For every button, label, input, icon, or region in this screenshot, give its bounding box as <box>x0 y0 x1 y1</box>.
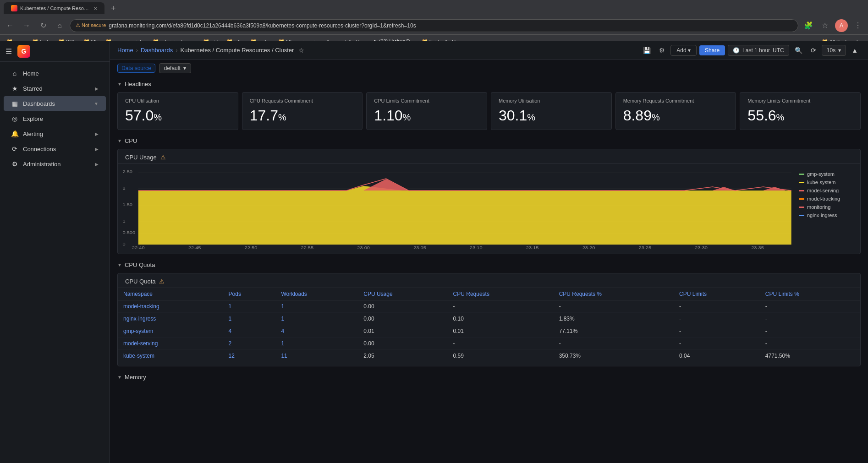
memory-section-title: Memory <box>125 374 146 381</box>
star-button[interactable]: ☆ <box>819 19 831 32</box>
starred-chevron: ▶ <box>95 86 99 91</box>
sidebar-item-alerting[interactable]: 🔔 Alerting ▶ <box>4 126 106 141</box>
address-bar[interactable]: ⚠ Not secure grafana.monitoring.com/d/ef… <box>70 19 798 32</box>
cell-namespace: kube-system <box>118 350 223 362</box>
workloads-link[interactable]: 11 <box>281 353 287 359</box>
collapse-button[interactable]: ▲ <box>849 45 861 56</box>
col-header-workloads: Workloads <box>275 288 358 300</box>
connections-icon: ⟳ <box>11 145 18 153</box>
sidebar-item-home[interactable]: ⌂ Home <box>4 66 106 81</box>
cpu-quota-section-header[interactable]: ▼ CPU Quota <box>117 260 861 270</box>
cell-workloads: 4 <box>275 325 358 338</box>
cpu-section-header[interactable]: ▼ CPU <box>117 136 861 146</box>
namespace-link-nginx[interactable]: nginx-ingress <box>123 316 156 322</box>
menu-button[interactable]: ⋮ <box>852 19 864 32</box>
sidebar-item-dashboards[interactable]: ▦ Dashboards ▼ <box>4 96 106 111</box>
extensions-button[interactable]: 🧩 <box>802 19 815 32</box>
col-header-cpu-requests-pct: CPU Requests % <box>554 288 674 300</box>
save-dashboard-button[interactable]: 💾 <box>640 45 654 56</box>
svg-text:22:50: 22:50 <box>245 245 258 250</box>
cell-cpu-requests-pct: 77.11% <box>554 325 674 338</box>
namespace-link-kube[interactable]: kube-system <box>123 353 154 359</box>
cpu-quota-table: Namespace Pods Workloads CPU Usage CPU R… <box>118 288 860 362</box>
home-button[interactable]: ⌂ <box>53 19 66 32</box>
cpu-chevron-icon: ▼ <box>117 138 122 143</box>
hamburger-button[interactable]: ☰ <box>4 45 14 58</box>
col-header-cpu-limits-pct: CPU Limits % <box>760 288 860 300</box>
namespace-link-gmp[interactable]: gmp-system <box>123 328 153 334</box>
time-range-selector[interactable]: 🕐 Last 1 hour UTC <box>728 45 789 56</box>
workloads-link[interactable]: 1 <box>281 316 284 322</box>
tab-close-button[interactable]: ✕ <box>93 6 97 11</box>
sidebar-item-connections[interactable]: ⟳ Connections ▶ <box>4 142 106 156</box>
namespace-link-model-serving[interactable]: model-serving <box>123 340 158 347</box>
workloads-link[interactable]: 1 <box>281 303 284 310</box>
legend-color-nginx <box>799 215 804 216</box>
metric-title-cpu-requests: CPU Requests Commitment <box>250 98 355 103</box>
back-button[interactable]: ← <box>4 19 16 32</box>
favorite-star-icon[interactable]: ☆ <box>298 47 304 54</box>
sidebar-item-starred[interactable]: ★ Starred ▶ <box>4 81 106 96</box>
breadcrumb-sep-1: › <box>136 47 138 54</box>
cell-cpu-limits: 0.04 <box>674 350 760 362</box>
new-tab-button[interactable]: + <box>108 4 119 13</box>
add-button[interactable]: Add ▾ <box>670 45 697 56</box>
reload-button[interactable]: ↻ <box>37 19 49 32</box>
dashboards-icon: ▦ <box>11 100 18 107</box>
pods-link[interactable]: 2 <box>229 340 232 347</box>
metric-title-cpu-util: CPU Utilisation <box>125 98 231 103</box>
sidebar-item-explore[interactable]: ◎ Explore <box>4 111 106 126</box>
headlines-section-header[interactable]: ▼ Headlines <box>117 79 861 89</box>
legend-label-model-tracking: model-tracking <box>807 196 840 202</box>
metric-card-cpu-requests: CPU Requests Commitment 17.7% <box>242 92 363 130</box>
svg-text:22:45: 22:45 <box>188 245 201 250</box>
header-actions: 💾 ⚙ Add ▾ Share 🕐 Last 1 hour UTC 🔍 ⟳ 10… <box>640 45 861 56</box>
metric-value-mem-requests: 8.89% <box>623 107 729 124</box>
browser-chrome: Kubernetes / Compute Resources / Cluster… <box>0 0 868 41</box>
legend-color-gmp <box>799 174 804 175</box>
col-header-pods: Pods <box>223 288 276 300</box>
settings-button[interactable]: ⚙ <box>656 45 668 56</box>
url-text: grafana.monitoring.com/d/efa86fd1d0c121a… <box>109 22 416 29</box>
breadcrumb-dashboards[interactable]: Dashboards <box>141 47 173 54</box>
cell-pods: 4 <box>223 325 276 338</box>
sidebar-label-home: Home <box>23 70 39 77</box>
namespace-link-model-tracking[interactable]: model-tracking <box>123 303 159 310</box>
share-button[interactable]: Share <box>699 45 725 55</box>
pods-link[interactable]: 1 <box>229 303 232 310</box>
workloads-link[interactable]: 1 <box>281 340 284 347</box>
pods-link[interactable]: 4 <box>229 328 232 334</box>
cpu-chart-svg: 2.50 2 1.50 1 0.500 0 <box>121 168 797 250</box>
forward-button[interactable]: → <box>20 19 33 32</box>
pods-link[interactable]: 12 <box>229 353 235 359</box>
cell-cpu-usage: 0.00 <box>358 338 447 350</box>
workloads-link[interactable]: 4 <box>281 328 284 334</box>
datasource-bar: Data source default ▾ <box>117 63 861 73</box>
profile-button[interactable]: A <box>835 19 848 32</box>
browser-tab-active[interactable]: Kubernetes / Compute Resources / Cluster… <box>4 2 104 14</box>
refresh-button[interactable]: ⟳ <box>808 45 819 56</box>
metric-card-mem-requests: Memory Requests Commitment 8.89% <box>615 92 736 130</box>
administration-chevron: ▶ <box>95 162 99 167</box>
cell-cpu-requests-pct: - <box>554 300 674 313</box>
svg-text:23:05: 23:05 <box>413 245 426 250</box>
zoom-out-button[interactable]: 🔍 <box>792 45 805 56</box>
time-icon: 🕐 <box>733 47 740 54</box>
browser-toolbar: ← → ↻ ⌂ ⚠ Not secure grafana.monitoring.… <box>0 16 868 35</box>
legend-item-model-tracking: model-tracking <box>799 196 855 202</box>
cpu-quota-table-panel: CPU Quota ⚠ Namespace Pods Workloads CPU… <box>117 273 861 366</box>
time-label: Last 1 hour <box>742 47 770 54</box>
sidebar-item-administration[interactable]: ⚙ Administration ▶ <box>4 157 106 171</box>
breadcrumb-home[interactable]: Home <box>117 47 133 54</box>
memory-section-header[interactable]: ▼ Memory <box>117 372 861 382</box>
administration-icon: ⚙ <box>11 160 18 168</box>
cell-namespace: model-tracking <box>118 300 223 313</box>
pods-link[interactable]: 1 <box>229 316 232 322</box>
refresh-rate-selector[interactable]: 10s ▾ <box>822 45 846 56</box>
cell-pods: 12 <box>223 350 276 362</box>
datasource-label: Data source <box>117 64 155 73</box>
cell-pods: 1 <box>223 300 276 313</box>
datasource-select[interactable]: default ▾ <box>159 63 191 73</box>
explore-icon: ◎ <box>11 115 18 122</box>
tab-title: Kubernetes / Compute Resources / Cluster… <box>20 5 91 11</box>
